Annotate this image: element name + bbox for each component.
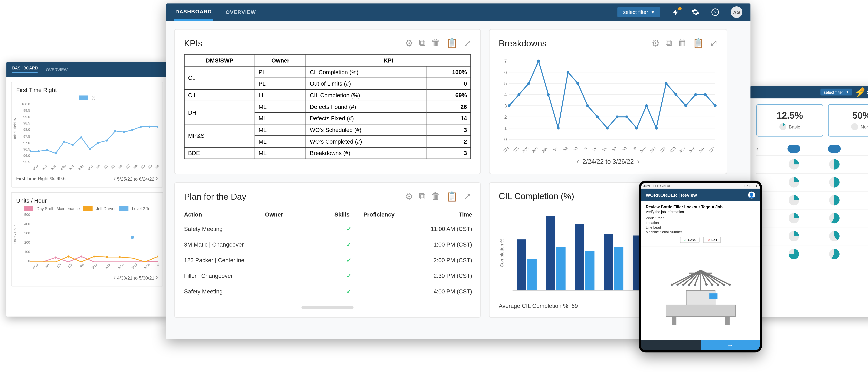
plan-time: 4:00 PM (CST) [421,288,472,294]
wo-field: Machine Serial Number [646,230,755,235]
svg-point-76 [625,116,628,118]
back-panel-right: select filter▾ ⚡ ⚙ ? AG 12.5% Basic 50% … [750,86,868,317]
plan-row[interactable]: 3M Matic | Changeover ✓ 1:00 PM (CST) [184,237,471,252]
bolt-icon[interactable] [672,8,680,16]
plan-header: Action Owner Skills Proficiency Time [184,208,471,221]
workorder-body: Review Bottle Filler Lockout Tagout Job … [641,201,760,247]
chevron-down-icon: ▾ [846,90,849,94]
plan-row[interactable]: Safety Meeting ✓ 11:00 AM (CST) [184,221,471,237]
svg-point-10 [114,130,116,132]
matrix-row [756,245,868,263]
kpi-owner: PL [255,78,306,89]
check-icon: ✓ [334,273,363,279]
ftr-prev-icon[interactable]: ‹ [113,174,116,182]
copy-icon[interactable]: ⧉ [419,191,425,202]
bolt-icon[interactable]: ⚡ [857,89,863,95]
avatar[interactable]: AG [731,6,743,18]
tab-overview-mini[interactable]: OVERVIEW [46,67,67,71]
kpi-owner: ML [255,113,306,124]
scrollbar-horizontal[interactable] [301,306,353,309]
clipboard-icon[interactable]: 📋 [693,38,704,49]
svg-text:Completion %: Completion % [499,239,504,267]
kpi-row: BDEMLBreakdowns (#)3 [184,147,471,159]
matrix-row [756,227,868,245]
user-icon[interactable]: 👤 [748,191,755,198]
expand-icon[interactable]: ⤢ [464,191,471,202]
svg-point-4 [63,141,65,143]
kpis-title: KPIs [184,38,203,48]
uph-next-icon[interactable]: › [156,273,158,281]
trash-icon[interactable]: 🗑 [431,191,440,202]
notification-badge [678,7,682,10]
card-actions: ⚙ ⧉ 🗑 📋 ⤢ [652,38,717,49]
matrix-prev-icon[interactable]: ‹ [756,145,774,153]
th-kpi: KPI [306,55,471,66]
bd-next-icon[interactable]: › [637,157,640,166]
fail-button[interactable]: ✕Fail [703,237,721,243]
wo-field: Work Order [646,216,755,220]
svg-point-20 [93,255,95,257]
filter-button-right[interactable]: select filter▾ [820,89,852,95]
svg-text:3/13: 3/13 [669,146,676,153]
svg-text:3/10: 3/10 [639,146,647,153]
back-button[interactable] [641,340,701,350]
gear-icon[interactable]: ⚙ [405,38,413,49]
skill-matrix: ‹ [750,143,868,263]
gear-icon[interactable]: ⚙ [652,38,660,49]
ftr-footer-left: First Time Right %: 99.6 [16,176,66,181]
plan-row[interactable]: 123 Packer | Centerline ✓ 2:00 PM (CST) [184,252,471,268]
bd-prev-icon[interactable]: ‹ [577,157,579,166]
svg-point-69 [557,127,560,129]
plan-title: Plan for the Day [184,191,246,201]
tablet-screen: JOYE | BEITXVALUE10:39 ᯤ ▮ WORKORDER | R… [641,183,760,350]
units-hour-card: Units / Hour Day Shift - Maintenance Jef… [11,192,163,286]
filter-button[interactable]: select filter▾ [617,7,660,18]
tab-dashboard[interactable]: DASHBOARD [174,4,213,21]
forward-button[interactable]: → [701,340,760,350]
svg-point-14 [148,126,151,128]
gear-icon[interactable]: ⚙ [867,89,868,95]
wo-field: Line Lead [646,225,755,230]
uph-prev-icon[interactable]: ‹ [113,273,116,281]
uph-y-axis: 5004003002001000 [16,213,30,263]
skill-kpi-none[interactable]: 50% None [828,104,868,137]
kpi-name: WO's Completed (#) [306,136,426,148]
pass-button[interactable]: ✓Pass [680,237,700,243]
copy-icon[interactable]: ⧉ [665,38,672,49]
svg-point-120 [676,284,678,286]
kpi-name: Breakdowns (#) [306,147,426,159]
gear-icon[interactable]: ⚙ [405,191,413,202]
ftr-next-icon[interactable]: › [156,174,158,182]
copy-icon[interactable]: ⧉ [419,38,425,49]
matrix-row [756,209,868,227]
plan-row[interactable]: Filler | Changeover ✓ 2:30 PM (CST) [184,268,471,284]
kpi-value: 26 [426,101,471,113]
svg-text:3/4: 3/4 [582,146,588,152]
svg-text:1: 1 [504,126,507,131]
expand-icon[interactable]: ⤢ [710,38,717,49]
svg-text:0: 0 [504,137,507,142]
workorder-title: WORKORDER | Review [646,192,697,197]
plan-row[interactable]: Safety Meeting ✓ 4:00 PM (CST) [184,284,471,299]
svg-rect-104 [725,316,730,325]
help-icon[interactable]: ? [711,8,719,16]
svg-point-6 [80,136,82,138]
trash-icon[interactable]: 🗑 [678,38,687,49]
svg-text:3/15: 3/15 [688,146,696,153]
plan-time: 11:00 AM (CST) [421,226,472,232]
gear-icon[interactable] [691,8,700,16]
skill-kpi-basic[interactable]: 12.5% Basic [756,104,824,137]
plan-time: 1:00 PM (CST) [421,241,472,248]
expand-icon[interactable]: ⤢ [464,38,471,49]
ftr-line-svg [30,102,158,164]
tab-dashboard-mini[interactable]: DASHBOARD [12,66,38,73]
kpi-row: MP&SMLWO's Scheduled (#)3 [184,124,471,136]
trash-icon[interactable]: 🗑 [431,38,440,49]
clipboard-icon[interactable]: 📋 [446,191,458,202]
svg-point-12 [131,129,133,131]
uph-chart: Units / Hour 5004003002001000 4/305/15/4… [16,213,158,271]
clipboard-icon[interactable]: 📋 [446,38,458,49]
tab-overview[interactable]: OVERVIEW [224,5,257,20]
svg-point-85 [714,104,717,107]
svg-point-68 [547,93,550,96]
